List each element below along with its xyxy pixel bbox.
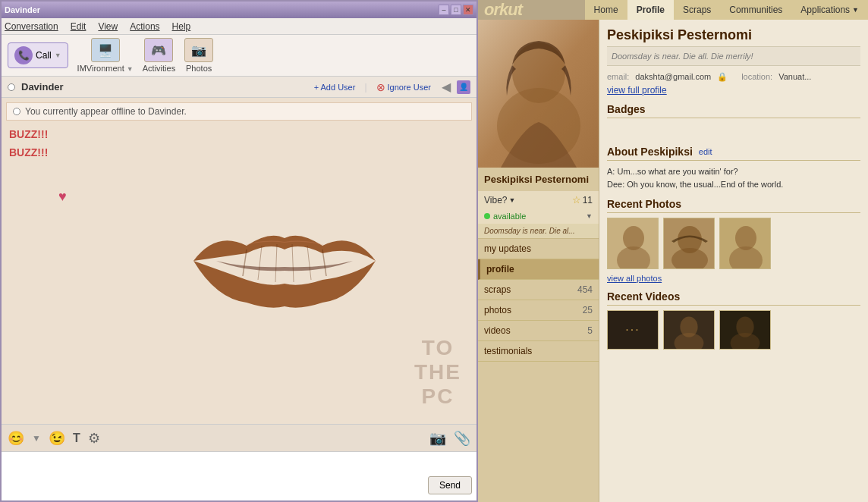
message-input[interactable] — [6, 457, 423, 496]
videos-grid: ··· — [607, 310, 860, 350]
about-content: A: Um...so what are you waitin' for? Dee… — [607, 165, 860, 190]
close-button[interactable]: ✕ — [463, 5, 473, 15]
orkut-body: Peskipiksi Pesternomi Vibe? ▼ ☆ 11 avail… — [478, 20, 868, 502]
badges-section-header: Badges — [607, 103, 860, 118]
profile-info-row: email: dakshta@gmail.com 🔒 location: Van… — [607, 72, 860, 82]
titlebar-controls: – □ ✕ — [439, 5, 473, 15]
settings-button[interactable]: ⚙ — [88, 430, 100, 447]
orkut-header: orkut Home Profile Scraps Communities Ap… — [478, 0, 868, 20]
minimize-button[interactable]: – — [439, 5, 449, 15]
imvironment-button[interactable]: 🖥️ IMVironment ▼ — [77, 38, 134, 73]
sidebar-nav-profile[interactable]: profile — [478, 259, 599, 280]
profile-button[interactable]: 👤 — [457, 80, 470, 94]
orkut-main-content: Peskipiksi Pesternomi Doomsday is near. … — [599, 20, 868, 502]
im-window-title: Davinder — [5, 5, 40, 14]
emoticon-button[interactable]: 😊 — [8, 430, 24, 447]
video-thumb-2[interactable] — [663, 310, 715, 350]
text-button[interactable]: T — [73, 431, 80, 445]
profile-photo — [478, 20, 599, 168]
profile-email: dakshta@gmail.com — [635, 72, 711, 82]
paperclip-button[interactable]: 📎 — [454, 430, 470, 447]
svg-line-5 — [322, 249, 326, 276]
star-icon: ☆ — [572, 194, 581, 206]
activities-icon: 🎮 — [144, 38, 173, 62]
orkut-sidebar: Peskipiksi Pesternomi Vibe? ▼ ☆ 11 avail… — [478, 20, 599, 502]
menu-view[interactable]: View — [98, 21, 118, 32]
scraps-count: 454 — [577, 284, 593, 295]
profile-main-name: Peskipiksi Pesternomi — [607, 27, 860, 43]
sidebar-tagline: Doomsday is near. Die al... — [478, 224, 599, 239]
sidebar-nav-videos[interactable]: videos 5 — [478, 321, 599, 341]
menu-help[interactable]: Help — [172, 21, 191, 32]
offline-dot — [13, 108, 20, 115]
user-status-dot — [8, 83, 15, 91]
video-dots-1: ··· — [625, 323, 640, 337]
status-dot — [484, 213, 490, 219]
wink-button[interactable]: 😉 — [49, 430, 65, 447]
call-dropdown-icon[interactable]: ▼ — [55, 52, 61, 59]
recent-photos-header: Recent Photos — [607, 198, 860, 213]
sidebar-status: available ▼ — [478, 209, 599, 224]
about-edit-link[interactable]: edit — [699, 147, 712, 156]
video-thumb-3[interactable] — [719, 310, 771, 350]
call-label: Call — [36, 50, 52, 61]
orkut-logo: orkut — [484, 0, 522, 20]
offline-notice: You currently appear offline to Davinder… — [6, 102, 472, 121]
maximize-button[interactable]: □ — [451, 5, 461, 15]
chat-username: Davinder — [21, 81, 308, 93]
im-input-area: Send — [2, 451, 476, 500]
menu-actions[interactable]: Actions — [130, 21, 159, 32]
sidebar-nav-photos[interactable]: photos 25 — [478, 300, 599, 321]
badges-content — [607, 123, 860, 138]
emoticons-bar: 😊 ▼ 😉 T ⚙ 📷 📎 — [2, 424, 476, 451]
send-button[interactable]: Send — [428, 476, 472, 494]
location-label: location: — [741, 72, 772, 82]
view-full-profile-link[interactable]: view full profile — [607, 85, 667, 96]
status-label: available — [493, 212, 526, 221]
orkut-nav: Home Profile Scraps Communities Applicat… — [585, 0, 868, 20]
nav-home[interactable]: Home — [585, 0, 627, 20]
photos-button[interactable]: 📷 Photos — [184, 38, 213, 73]
activities-button[interactable]: 🎮 Activities — [143, 38, 175, 73]
svg-line-4 — [307, 246, 311, 280]
photos-count: 25 — [583, 305, 593, 315]
imvironment-icon: 🖥️ — [91, 38, 120, 62]
view-all-photos-link[interactable]: view all photos — [607, 274, 860, 283]
camera-button[interactable]: 📷 — [429, 430, 446, 447]
sidebar-nav-testimonials[interactable]: testimonials — [478, 341, 599, 362]
im-userbar: Davinder + Add User | ⊗ Ignore User ◀ 👤 — [2, 77, 476, 98]
watermark: TOTHEPC — [414, 336, 461, 409]
buzz-1: BUZZ!!! — [2, 125, 476, 143]
sidebar-nav-scraps[interactable]: scraps 454 — [478, 280, 599, 300]
star-count: 11 — [583, 195, 593, 206]
email-label: email: — [607, 72, 629, 82]
lips-decoration — [171, 177, 398, 344]
video-thumb-1[interactable]: ··· — [607, 310, 659, 350]
status-dropdown-icon[interactable]: ▼ — [586, 212, 593, 220]
photos-grid — [607, 218, 860, 269]
photo-thumb-1[interactable] — [607, 218, 659, 269]
activities-label: Activities — [143, 64, 175, 73]
vibe-label[interactable]: Vibe? ▼ — [484, 195, 515, 206]
menu-conversation[interactable]: Conversation — [5, 21, 58, 32]
nav-communities[interactable]: Communities — [720, 0, 791, 20]
sidebar-nav-my-updates[interactable]: my updates — [478, 239, 599, 259]
heart-icon: ♥ — [58, 189, 67, 205]
menu-edit[interactable]: Edit — [71, 21, 86, 32]
ignore-user-button[interactable]: ⊗ Ignore User — [376, 81, 431, 93]
nav-profile[interactable]: Profile — [627, 0, 674, 20]
nav-scraps[interactable]: Scraps — [674, 0, 720, 20]
recent-videos-header: Recent Videos — [607, 290, 860, 306]
imvironment-label: IMVironment ▼ — [77, 64, 134, 73]
photo-thumb-3[interactable] — [719, 218, 771, 269]
sidebar-vibe: Vibe? ▼ ☆ 11 — [478, 191, 599, 209]
photos-icon: 📷 — [184, 38, 213, 62]
about-section-header: About Peskipiksi edit — [607, 146, 860, 161]
nav-applications[interactable]: Applications ▼ — [791, 0, 868, 20]
photo-thumb-2[interactable] — [663, 218, 715, 269]
call-button[interactable]: 📞 Call ▼ — [8, 42, 68, 68]
add-user-button[interactable]: + Add User — [314, 83, 356, 92]
profile-location: Vanuat... — [778, 72, 811, 82]
videos-count: 5 — [587, 325, 593, 336]
im-menubar: Conversation Edit View Actions Help — [2, 18, 476, 35]
